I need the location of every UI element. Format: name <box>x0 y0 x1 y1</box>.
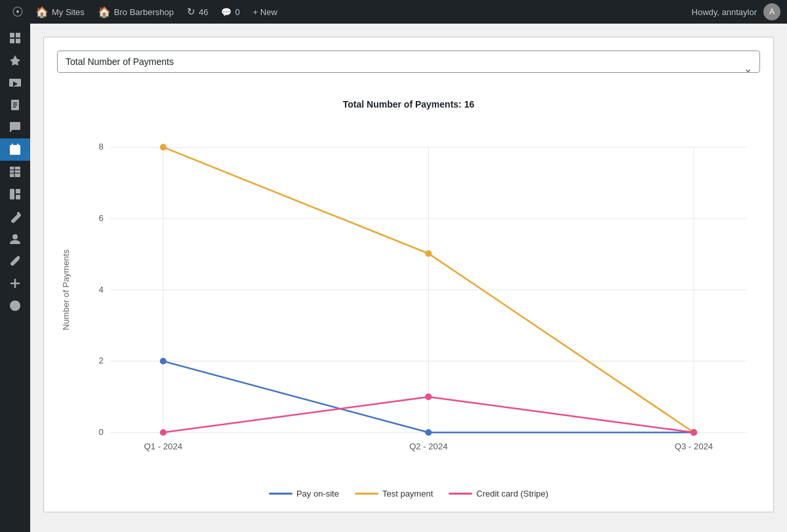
sidebar-item-pages[interactable] <box>0 94 30 116</box>
updates-menu[interactable]: ↻ 46 <box>180 0 214 24</box>
sidebar-item-settings[interactable] <box>0 250 30 272</box>
pay-onsite-point-q1 <box>160 358 167 364</box>
legend-item-pay-onsite: Pay on-site <box>269 489 339 499</box>
legend-label-credit-card: Credit card (Stripe) <box>476 489 548 499</box>
chart-container: 0 2 4 6 8 Number of Payments Q1 - 2024 Q… <box>57 116 760 483</box>
sidebar-item-media[interactable] <box>0 72 30 94</box>
svg-rect-1 <box>16 33 20 37</box>
legend-item-credit-card: Credit card (Stripe) <box>449 489 548 499</box>
my-sites-label: My Sites <box>52 7 85 17</box>
svg-rect-2 <box>10 39 14 43</box>
dashboard-icon <box>9 31 22 45</box>
comments-menu[interactable]: 💬 0 <box>214 0 246 24</box>
test-payment-point-q2 <box>425 250 432 256</box>
legend-line-pay-onsite <box>269 493 293 495</box>
pages-icon <box>9 98 22 112</box>
sidebar-item-dashboard[interactable] <box>0 27 30 49</box>
grid-icon <box>9 188 22 201</box>
svg-rect-10 <box>10 145 20 155</box>
sidebar-item-table[interactable] <box>0 161 30 183</box>
legend-line-credit-card <box>449 493 472 495</box>
pay-onsite-point-q2 <box>425 429 432 436</box>
svg-text:6: 6 <box>98 213 103 223</box>
comments-icon: 💬 <box>221 7 232 17</box>
sidebar-item-grid[interactable] <box>0 183 30 205</box>
table-icon <box>9 165 22 178</box>
chart-legend: Pay on-site Test payment Credit card (St… <box>57 489 760 499</box>
sidebar-item-add[interactable] <box>0 272 30 295</box>
add-icon <box>9 277 22 290</box>
avatar: A <box>763 3 780 20</box>
svg-rect-0 <box>10 33 14 37</box>
sidebar-item-users[interactable] <box>0 228 30 250</box>
site-name-menu[interactable]: 🏠 Bro Barbershop <box>91 0 180 24</box>
sidebar-item-calendar[interactable] <box>0 138 30 161</box>
svg-point-23 <box>11 264 13 266</box>
svg-text:2: 2 <box>98 356 103 365</box>
site-home-icon: 🏠 <box>98 6 111 18</box>
svg-rect-20 <box>16 195 20 199</box>
svg-text:0: 0 <box>98 427 103 437</box>
legend-item-test-payment: Test payment <box>355 489 433 499</box>
tools-icon <box>9 210 22 223</box>
credit-card-point-q1 <box>160 429 167 436</box>
svg-rect-3 <box>16 39 20 43</box>
credit-card-point-q3 <box>691 429 697 436</box>
svg-point-22 <box>12 234 18 239</box>
legend-label-pay-onsite: Pay on-site <box>296 489 339 499</box>
svg-rect-14 <box>10 167 20 177</box>
play-icon <box>9 299 22 312</box>
wrench-icon <box>9 255 22 268</box>
sidebar-item-posts[interactable] <box>0 49 30 72</box>
users-icon <box>9 232 22 245</box>
comments-count: 0 <box>235 7 239 17</box>
updates-icon: ↻ <box>187 6 195 18</box>
calendar-icon <box>9 143 22 156</box>
chart-svg: 0 2 4 6 8 Number of Payments Q1 - 2024 Q… <box>57 116 760 483</box>
sidebar <box>0 24 30 532</box>
legend-label-test-payment: Test payment <box>382 489 433 499</box>
test-payment-point-q1 <box>160 144 167 150</box>
metric-dropdown[interactable]: Total Number of Payments Total Revenue N… <box>57 51 760 73</box>
updates-count: 46 <box>199 7 208 17</box>
metric-dropdown-wrapper: Total Number of Payments Total Revenue N… <box>57 51 760 86</box>
howdy-text: Howdy, anntaylor <box>692 7 757 17</box>
svg-text:4: 4 <box>98 285 103 295</box>
my-sites-menu[interactable]: 🏠 My Sites <box>29 0 91 24</box>
sidebar-item-play[interactable] <box>0 295 30 317</box>
new-content-menu[interactable]: + New <box>247 0 284 24</box>
wp-logo[interactable]: ☉ <box>7 0 29 24</box>
sidebar-item-tools[interactable] <box>0 205 30 228</box>
media-icon <box>9 76 22 89</box>
chart-title: Total Number of Payments: 16 <box>57 99 760 110</box>
main-content: Total Number of Payments Total Revenue N… <box>30 24 787 532</box>
admin-bar: ☉ 🏠 My Sites 🏠 Bro Barbershop ↻ 46 💬 0 +… <box>0 0 787 24</box>
home-icon: 🏠 <box>35 6 49 18</box>
new-label: + New <box>253 7 277 17</box>
svg-rect-19 <box>16 189 20 194</box>
svg-text:Q2 - 2024: Q2 - 2024 <box>409 441 447 451</box>
svg-text:8: 8 <box>98 142 103 152</box>
pin-icon <box>9 54 22 67</box>
legend-line-test-payment <box>355 493 378 495</box>
comments-sidebar-icon <box>9 121 22 134</box>
svg-rect-18 <box>10 189 14 199</box>
site-name-label: Bro Barbershop <box>114 7 174 17</box>
svg-text:Q1 - 2024: Q1 - 2024 <box>144 441 182 451</box>
svg-text:Number of Payments: Number of Payments <box>61 249 71 331</box>
chart-card: Total Number of Payments Total Revenue N… <box>43 37 774 512</box>
credit-card-point-q2 <box>425 394 432 400</box>
svg-text:Q3 - 2024: Q3 - 2024 <box>675 441 713 451</box>
sidebar-item-comments[interactable] <box>0 116 30 138</box>
svg-point-21 <box>17 212 20 215</box>
